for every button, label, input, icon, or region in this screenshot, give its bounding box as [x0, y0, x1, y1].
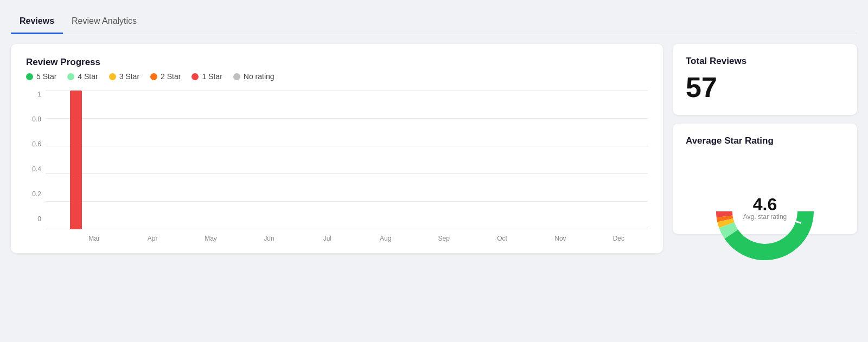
legend-dot — [67, 73, 74, 80]
tabs-bar: Reviews Review Analytics — [11, 11, 857, 34]
legend-label: 3 Star — [119, 72, 139, 81]
bar-group — [407, 91, 467, 229]
avg-star-rating-title: Average Star Rating — [686, 135, 844, 146]
bar-group — [347, 91, 407, 229]
y-label: 0 — [37, 215, 41, 223]
legend-item: 5 Star — [26, 72, 56, 81]
y-axis: 10.80.60.40.20 — [26, 91, 46, 242]
legend-dot — [233, 73, 240, 80]
legend: 5 Star 4 Star 3 Star 2 Star 1 Star No ra… — [26, 72, 648, 81]
legend-dot — [109, 73, 116, 80]
x-label: Dec — [590, 233, 648, 242]
legend-dot — [26, 73, 33, 80]
x-label: Aug — [356, 233, 414, 242]
avg-star-rating-card: Average Star Rating 4.6 Avg. star rating — [673, 124, 857, 234]
x-label: May — [182, 233, 240, 242]
bar-group — [588, 91, 648, 229]
chart-inner: MarAprMayJunJulAugSepOctNovDec — [46, 91, 648, 242]
x-label: Jun — [240, 233, 298, 242]
bar-group — [166, 91, 226, 229]
total-reviews-value: 57 — [686, 72, 844, 103]
bar-chart: 10.80.60.40.20 MarAprMayJunJulAugSepOctN… — [26, 91, 648, 242]
y-label: 0.8 — [32, 115, 41, 123]
x-label: Sep — [414, 233, 473, 242]
total-reviews-title: Total Reviews — [686, 56, 844, 67]
bar-group — [106, 91, 166, 229]
legend-item: 2 Star — [150, 72, 181, 81]
legend-dot — [192, 73, 199, 80]
x-label: Jul — [298, 233, 356, 242]
y-label: 0.4 — [32, 165, 41, 173]
legend-label: No rating — [244, 72, 275, 81]
tab-reviews[interactable]: Reviews — [11, 11, 63, 34]
y-label: 0.6 — [32, 140, 41, 148]
gauge-label-text: Avg. star rating — [743, 213, 787, 221]
bar-group — [46, 91, 106, 229]
review-progress-panel: Review Progress 5 Star 4 Star 3 Star 2 S… — [11, 44, 663, 253]
x-label: Oct — [473, 233, 531, 242]
review-progress-title: Review Progress — [26, 57, 648, 68]
total-reviews-card: Total Reviews 57 — [673, 44, 857, 115]
legend-item: 1 Star — [192, 72, 222, 81]
main-layout: Review Progress 5 Star 4 Star 3 Star 2 S… — [11, 44, 857, 253]
bars-area — [46, 91, 648, 229]
bar-group — [467, 91, 527, 229]
gridlines — [46, 91, 648, 229]
bar-group — [527, 91, 588, 229]
y-label: 1 — [37, 91, 41, 98]
legend-label: 2 Star — [161, 72, 181, 81]
y-label: 0.2 — [32, 190, 41, 198]
legend-label: 4 Star — [78, 72, 98, 81]
legend-label: 1 Star — [202, 72, 222, 81]
bar-group — [286, 91, 347, 229]
x-label: Mar — [65, 233, 123, 242]
x-axis: MarAprMayJunJulAugSepOctNovDec — [46, 233, 648, 242]
legend-label: 5 Star — [36, 72, 56, 81]
gauge-svg: 4.6 Avg. star rating — [705, 152, 825, 222]
bar — [70, 91, 82, 229]
bar-group — [226, 91, 286, 229]
legend-item: 4 Star — [67, 72, 98, 81]
x-label: Apr — [123, 233, 181, 242]
x-label: Nov — [531, 233, 589, 242]
tab-review-analytics[interactable]: Review Analytics — [63, 11, 145, 34]
gauge-value: 4.6 — [753, 195, 777, 214]
legend-item: No rating — [233, 72, 275, 81]
legend-dot — [150, 73, 157, 80]
right-panel: Total Reviews 57 Average Star Rating 4.6… — [673, 44, 857, 234]
gauge-container: 4.6 Avg. star rating — [686, 152, 844, 222]
legend-item: 3 Star — [109, 72, 139, 81]
